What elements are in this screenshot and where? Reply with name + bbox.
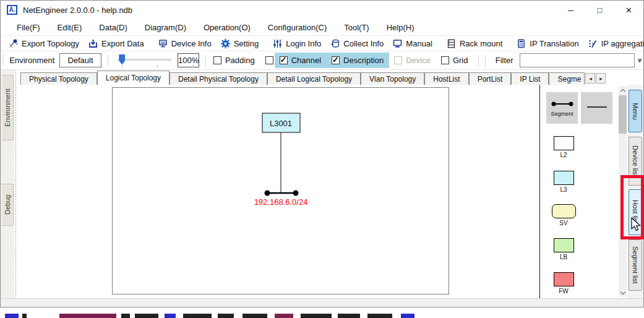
menu-bar: File(F) Edit(E) Data(D) Diagram(D) Opera… <box>1 19 643 35</box>
export-data-label: Export Data <box>101 39 144 48</box>
scroll-down-button[interactable] <box>619 288 627 297</box>
palette-item-segment[interactable]: Segment <box>546 92 578 124</box>
palette-item-lb[interactable]: LB <box>541 238 586 260</box>
zoom-slider-track[interactable] <box>118 59 171 61</box>
menu-configuration[interactable]: Configuration(C) <box>259 20 335 35</box>
collect-info-icon <box>330 38 340 49</box>
right-tab-menu[interactable]: Menu <box>629 90 642 132</box>
l3-shape <box>554 171 574 185</box>
toolbar-separator <box>485 55 486 66</box>
export-topology-button[interactable]: Export Topology <box>4 37 84 50</box>
lb-label: LB <box>560 254 567 260</box>
palette-scrollbar[interactable] <box>619 86 627 297</box>
palette-item-l3[interactable]: L3 <box>541 171 586 193</box>
zoom-slider-thumb[interactable] <box>119 54 125 65</box>
palette-item-fw[interactable]: FW <box>541 272 586 294</box>
toolbar-separator <box>478 55 479 66</box>
manual-button[interactable]: Manual <box>388 37 437 50</box>
padding-checkbox-box[interactable] <box>213 56 221 64</box>
tab-scroll-right-button[interactable]: ▸ <box>596 73 606 84</box>
tab-ip-list[interactable]: IP List <box>511 72 549 85</box>
rack-mount-button[interactable]: Rack mount <box>442 37 507 50</box>
tab-logical-topology[interactable]: Logical Topology <box>97 71 170 85</box>
toolbar-overflow-button[interactable] <box>637 53 643 67</box>
sv-shape <box>552 204 576 218</box>
highlighted-checkbox-group: Channel Description <box>275 53 389 68</box>
device-info-button[interactable]: Device Info <box>153 37 216 50</box>
export-data-icon <box>88 38 98 49</box>
l2-label: L2 <box>560 152 567 158</box>
diagram-page-boundary: L3001 192.168.6.0/24 <box>112 87 449 294</box>
shape-palette: Segment L2 L3 <box>540 85 627 298</box>
zoom-slider-ticks <box>119 65 170 67</box>
palette-item-sv[interactable]: SV <box>541 204 586 226</box>
zoom-slider[interactable] <box>118 53 171 68</box>
login-info-icon <box>272 38 283 49</box>
left-tab-debug[interactable]: Debug <box>2 184 14 226</box>
sv-label: SV <box>559 220 567 226</box>
status-bar <box>1 298 643 307</box>
filter-input[interactable] <box>520 53 635 67</box>
export-data-button[interactable]: Export Data <box>84 37 148 50</box>
palette-item-line[interactable] <box>581 92 612 124</box>
grid-checkbox-box[interactable] <box>441 56 449 64</box>
scrollbar-thumb[interactable] <box>619 95 627 134</box>
toolbar-gripper[interactable] <box>2 55 4 66</box>
right-tab-host-list[interactable]: Host list <box>629 189 642 235</box>
menu-operation[interactable]: Operation(O) <box>195 20 259 35</box>
menu-help[interactable]: Help(H) <box>378 20 423 35</box>
description-checkbox[interactable]: Description <box>327 53 389 68</box>
padding-checkbox[interactable]: Padding <box>208 53 260 68</box>
close-button[interactable]: ✕ <box>614 1 643 19</box>
tab-detail-physical-topology[interactable]: Detail Physical Topology <box>170 72 267 85</box>
channel-checkbox[interactable]: Channel <box>275 53 327 68</box>
collect-info-button[interactable]: Collect Info <box>325 37 388 50</box>
document-tab-bar: Physical Topology Logical Topology Detai… <box>17 70 643 85</box>
description-checkbox-box[interactable] <box>332 56 340 64</box>
menu-diagram[interactable]: Diagram(D) <box>136 20 195 35</box>
scroll-up-button[interactable] <box>619 86 627 95</box>
menu-file[interactable]: File(F) <box>8 20 49 35</box>
maximize-button[interactable]: □ <box>585 1 614 19</box>
ip-translation-button[interactable]: IP Translation <box>512 37 583 50</box>
tab-physical-topology[interactable]: Physical Topology <box>20 72 97 85</box>
ip-aggregation-button[interactable]: IP aggregation <box>583 37 644 50</box>
line-icon <box>585 103 609 111</box>
menu-tool[interactable]: Tool(T) <box>335 20 377 35</box>
tab-portlist[interactable]: PortList <box>469 72 512 85</box>
menu-edit[interactable]: Edit(E) <box>49 20 91 35</box>
segment-endpoint-dot <box>265 191 270 196</box>
right-tab-device-list[interactable]: Device list <box>629 137 642 186</box>
unlabeled-checkbox[interactable] <box>260 53 275 68</box>
palette-item-l2[interactable]: L2 <box>541 136 586 158</box>
grid-checkbox[interactable]: Grid <box>436 53 474 68</box>
setting-button[interactable]: Setting <box>216 37 263 50</box>
channel-checkbox-box[interactable] <box>280 56 288 64</box>
menu-data[interactable]: Data(D) <box>90 20 136 35</box>
chevron-down-icon <box>620 289 625 294</box>
minimize-button[interactable]: ─ <box>556 1 585 19</box>
l3-label: L3 <box>560 186 567 193</box>
palette-segment-label: Segment <box>551 111 573 117</box>
environment-select[interactable]: Default <box>59 53 101 67</box>
tab-hostlist[interactable]: HostList <box>424 72 468 85</box>
description-checkbox-label: Description <box>343 56 384 65</box>
tab-vlan-topology[interactable]: Vlan Topology <box>361 72 424 85</box>
login-info-button[interactable]: Login Info <box>268 37 325 50</box>
tab-segment-list-truncated[interactable]: Segme <box>549 72 585 85</box>
right-dock-strip: Menu Device list Host list Segment list <box>627 85 643 298</box>
right-tab-segment-list[interactable]: Segment list <box>629 239 642 291</box>
manual-monitor-icon <box>392 38 403 49</box>
tab-scroll-left-button[interactable]: ◂ <box>585 73 595 84</box>
title-bar: A. NetEngineer 2.0.0.0 - help.ndb ─ □ ✕ <box>1 1 643 19</box>
segment-icon <box>550 100 575 108</box>
ip-aggregation-label: IP aggregation <box>601 39 644 48</box>
export-topology-label: Export Topology <box>22 39 79 48</box>
left-tab-environment[interactable]: Environment <box>2 75 14 140</box>
topology-canvas[interactable]: L3001 192.168.6.0/24 <box>17 85 539 298</box>
padding-checkbox-label: Padding <box>225 56 255 65</box>
unlabeled-checkbox-box[interactable] <box>265 56 273 64</box>
tab-detail-logical-topology[interactable]: Detail Logical Topology <box>267 72 361 85</box>
device-info-label: Device Info <box>171 39 212 48</box>
environment-label: Environment <box>9 56 54 65</box>
